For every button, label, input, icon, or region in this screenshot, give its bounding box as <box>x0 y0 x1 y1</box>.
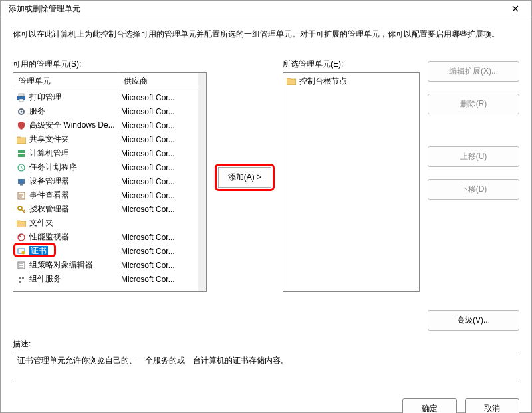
event-icon <box>16 190 27 201</box>
list-item-name: 证书 <box>29 245 121 257</box>
titlebar: 添加或删除管理单元 <box>1 1 531 17</box>
list-item-name: 设备管理器 <box>29 176 121 187</box>
list-item[interactable]: 授权管理器Microsoft Cor... <box>13 202 198 216</box>
list-item[interactable]: 高级安全 Windows De...Microsoft Cor... <box>13 118 198 132</box>
dialog-body: 你可以在此计算机上为此控制台选择可用的管理单元并配置所选的一组管理单元。对于可扩… <box>1 17 531 390</box>
device-icon <box>16 176 27 187</box>
key-icon <box>16 204 27 215</box>
available-column: 可用的管理单元(S): 管理单元 供应商 打印管理Microsoft Cor..… <box>13 59 207 292</box>
list-item-name: 任务计划程序 <box>29 162 121 173</box>
remove-button: 删除(R) <box>428 94 519 114</box>
list-item[interactable]: 共享文件夹Microsoft Cor... <box>13 132 198 146</box>
available-label: 可用的管理单元(S): <box>13 59 207 70</box>
list-item-vendor: Microsoft Cor... <box>121 191 196 200</box>
list-item-name: 计算机管理 <box>29 148 121 159</box>
scrollbar[interactable] <box>198 73 206 291</box>
selected-root-item[interactable]: 控制台根节点 <box>285 74 418 88</box>
list-item-name: 组件服务 <box>29 273 121 285</box>
list-item-name: 组策略对象编辑器 <box>29 259 121 271</box>
list-item[interactable]: 任务计划程序Microsoft Cor... <box>13 160 198 174</box>
available-list-body[interactable]: 打印管理Microsoft Cor...服务Microsoft Cor...高级… <box>13 90 198 291</box>
list-item[interactable]: 设备管理器Microsoft Cor... <box>13 174 198 188</box>
gear-icon <box>16 106 27 117</box>
folder-icon <box>16 218 27 229</box>
list-item-vendor: Microsoft Cor... <box>121 177 196 186</box>
ok-button[interactable]: 确定 <box>402 398 457 413</box>
svg-rect-17 <box>22 277 24 279</box>
column-header-vendor[interactable]: 供应商 <box>118 73 198 90</box>
list-item-name: 授权管理器 <box>29 204 121 215</box>
svg-point-14 <box>22 251 25 254</box>
list-item[interactable]: 事件查看器Microsoft Cor... <box>13 188 198 202</box>
list-item-name: 高级安全 Windows De... <box>29 120 121 131</box>
gpo-icon <box>16 260 27 271</box>
list-item-vendor: Microsoft Cor... <box>121 93 196 102</box>
list-item-vendor: Microsoft Cor... <box>121 163 196 172</box>
list-item[interactable]: 组策略对象编辑器Microsoft Cor... <box>13 258 198 272</box>
list-item-name: 打印管理 <box>29 92 121 103</box>
list-item-vendor: Microsoft Cor... <box>121 121 196 130</box>
server-icon <box>16 148 27 159</box>
move-down-button: 下移(D) <box>428 179 519 200</box>
description-block: 描述: 证书管理单元允许你浏览自己的、一个服务的或一台计算机的证书存储内容。 <box>13 339 519 382</box>
close-button[interactable] <box>505 1 526 17</box>
cert-icon <box>16 246 27 257</box>
list-item-vendor: Microsoft Cor... <box>121 275 196 284</box>
cancel-button[interactable]: 取消 <box>465 398 519 413</box>
svg-rect-16 <box>19 277 21 279</box>
svg-rect-6 <box>18 154 25 157</box>
svg-rect-8 <box>18 179 25 184</box>
folder-share-icon <box>16 134 27 145</box>
list-item[interactable]: 证书Microsoft Cor... <box>13 244 198 258</box>
instruction-text: 你可以在此计算机上为此控制台选择可用的管理单元并配置所选的一组管理单元。对于可扩… <box>13 28 519 40</box>
perf-icon <box>16 232 27 243</box>
list-header: 管理单元 供应商 <box>13 73 198 90</box>
window-title: 添加或删除管理单元 <box>9 3 80 15</box>
list-item-vendor: Microsoft Cor... <box>121 233 196 242</box>
dialog-window: 添加或删除管理单元 你可以在此计算机上为此控制台选择可用的管理单元并配置所选的一… <box>0 0 532 413</box>
selected-column: 所选管理单元(E): 控制台根节点 <box>283 59 420 292</box>
edit-extensions-button: 编辑扩展(X)... <box>428 61 519 82</box>
list-item[interactable]: 计算机管理Microsoft Cor... <box>13 146 198 160</box>
add-button[interactable]: 添加(A) > <box>218 167 271 188</box>
list-item-vendor: Microsoft Cor... <box>121 205 196 214</box>
list-item[interactable]: 文件夹 <box>13 216 198 230</box>
available-listbox[interactable]: 管理单元 供应商 打印管理Microsoft Cor...服务Microsoft… <box>13 72 207 292</box>
svg-rect-0 <box>19 94 24 96</box>
list-item-name: 文件夹 <box>29 217 121 229</box>
selected-root-label: 控制台根节点 <box>299 76 347 87</box>
svg-rect-18 <box>19 281 21 283</box>
printer-icon <box>16 92 27 103</box>
move-up-button: 上移(U) <box>428 146 519 167</box>
close-icon <box>512 5 519 12</box>
list-item[interactable]: 性能监视器Microsoft Cor... <box>13 230 198 244</box>
dialog-footer: 确定 取消 <box>1 390 531 413</box>
clock-icon <box>16 162 27 173</box>
selected-listbox[interactable]: 控制台根节点 <box>283 72 420 292</box>
right-button-column: 编辑扩展(X)... 删除(R) 上移(U) 下移(D) 高级(V)... <box>426 59 519 331</box>
column-header-name[interactable]: 管理单元 <box>13 73 118 90</box>
middle-column: 添加(A) > <box>213 59 276 191</box>
description-text: 证书管理单元允许你浏览自己的、一个服务的或一台计算机的证书存储内容。 <box>17 356 289 365</box>
list-item[interactable]: 组件服务Microsoft Cor... <box>13 272 198 286</box>
list-item[interactable]: 打印管理Microsoft Cor... <box>13 90 198 104</box>
list-item-name: 事件查看器 <box>29 190 121 201</box>
component-icon <box>16 274 27 285</box>
list-item-vendor: Microsoft Cor... <box>121 149 196 158</box>
description-box: 证书管理单元允许你浏览自己的、一个服务的或一台计算机的证书存储内容。 <box>13 352 519 382</box>
list-item-name: 服务 <box>29 106 121 117</box>
folder-icon <box>286 76 297 86</box>
list-item-vendor: Microsoft Cor... <box>121 247 196 256</box>
svg-rect-9 <box>20 184 23 186</box>
svg-rect-2 <box>19 99 23 102</box>
list-item[interactable]: 服务Microsoft Cor... <box>13 104 198 118</box>
list-item-vendor: Microsoft Cor... <box>121 261 196 270</box>
description-label: 描述: <box>13 339 519 350</box>
svg-point-4 <box>21 110 23 112</box>
highlight-marker-add: 添加(A) > <box>215 164 275 191</box>
list-item-vendor: Microsoft Cor... <box>121 107 196 116</box>
list-item-vendor: Microsoft Cor... <box>121 135 196 144</box>
list-item-name: 性能监视器 <box>29 231 121 243</box>
advanced-button[interactable]: 高级(V)... <box>428 310 519 331</box>
shield-icon <box>16 120 27 131</box>
